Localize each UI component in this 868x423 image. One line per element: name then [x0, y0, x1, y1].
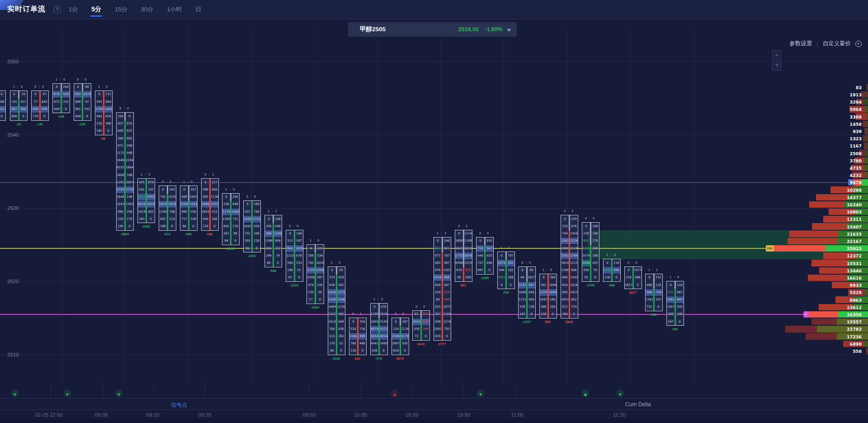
- ask-cell: 616: [104, 113, 112, 120]
- help-icon[interactable]: ?: [53, 6, 61, 14]
- candle-wick-segment: [209, 215, 211, 223]
- ask-cell: 746: [126, 172, 133, 179]
- tab-5min[interactable]: 5分: [90, 0, 102, 19]
- ask-cell: 100: [591, 230, 599, 237]
- cum-delta-panel-label: Cum Delta: [625, 401, 651, 408]
- ask-cell: 346: [676, 311, 684, 318]
- candle-wick-segment: [526, 296, 528, 303]
- bid-cell: 186: [286, 267, 294, 274]
- volume-profile-value: 3388: [830, 114, 862, 119]
- tab-30min[interactable]: 30分: [140, 0, 154, 19]
- candle-wick-segment: [569, 274, 570, 281]
- bid-cell: 77: [32, 99, 39, 105]
- volume-profile-bar-buy: [866, 143, 868, 149]
- settings-button[interactable]: 参数设置: [789, 40, 812, 48]
- ask-cell: 687: [443, 282, 451, 289]
- bid-cell: 1179: [222, 209, 230, 215]
- tab-15min[interactable]: 15分: [114, 0, 128, 19]
- signal-down-icon[interactable]: ▼: [115, 390, 123, 397]
- bid-cell: 1342: [328, 311, 336, 318]
- expand-panel-button[interactable]: >: [772, 50, 781, 60]
- bid-cell: 612: [561, 304, 569, 310]
- candle-wick-segment: [61, 105, 62, 113]
- bid-cell: 406: [646, 282, 653, 289]
- candle-wick-segment: [103, 113, 104, 120]
- candle-wick-segment: [209, 179, 211, 186]
- candle-wick-segment: [675, 281, 676, 289]
- ask-cell: 948: [126, 150, 133, 157]
- candle-wick-segment: [124, 223, 126, 230]
- candle-wick-segment: [484, 238, 486, 245]
- ask-cell: 2082: [422, 311, 429, 318]
- tab-1min[interactable]: 1分: [68, 0, 79, 19]
- bid-cell: 302: [244, 238, 251, 244]
- bid-cell: 1399: [222, 216, 230, 223]
- candle-wick-segment: [357, 347, 359, 355]
- signal-up-icon[interactable]: ▲: [391, 390, 399, 397]
- tab-1hour[interactable]: 1小时: [166, 0, 183, 19]
- time-axis-label: 10:35: [406, 412, 419, 418]
- ask-cell: 1342: [570, 274, 578, 281]
- instrument-selector[interactable]: 甲醇2505 2516.00 -1.60%: [348, 22, 517, 37]
- bid-cell: 515: [328, 333, 336, 340]
- bid-cell: 1961: [667, 296, 675, 303]
- ask-cell: 18: [19, 91, 27, 98]
- bid-cell: 216: [95, 120, 103, 127]
- ask-cell: 152: [655, 274, 662, 281]
- bid-cell: 2987: [392, 340, 400, 347]
- signal-down-icon[interactable]: ▼: [64, 390, 71, 397]
- header-bar: 实时订单流 ? 1分 5分 15分 30分 1小时 日: [0, 0, 868, 19]
- ask-cell: 593: [401, 340, 409, 347]
- bid-cell: 356: [265, 223, 273, 230]
- candle-wick-segment: [188, 201, 189, 208]
- bid-cell: 449: [540, 304, 547, 310]
- candle-wick-segment: [400, 325, 401, 333]
- bid-cell: 6586: [455, 260, 463, 266]
- orderflow-chart: 25502540253025202510≡POC≡831913329450643…: [0, 0, 868, 423]
- candle-wick-segment: [209, 186, 211, 193]
- ask-cell: 0: [591, 274, 599, 281]
- ask-cell: 825: [486, 252, 493, 259]
- target-icon[interactable]: [855, 41, 862, 47]
- ask-cell: 1246: [274, 230, 282, 237]
- bid-cell: 50: [582, 274, 590, 281]
- ask-cell: 866: [634, 274, 642, 281]
- candle-wick-segment: [124, 186, 126, 193]
- candle-wick-segment: [442, 325, 443, 333]
- ask-cell: 843: [676, 296, 684, 303]
- candle-wick-segment: [336, 274, 337, 281]
- volume-profile-value: 3979: [830, 180, 862, 185]
- imbalance-header: 0 : 0: [77, 78, 87, 81]
- bid-cell: 1043: [117, 201, 124, 208]
- delta-label: -1510: [290, 283, 298, 287]
- bid-cell: 980: [265, 230, 273, 237]
- bid-cell: 938: [371, 347, 378, 354]
- bid-cell: 590: [286, 260, 294, 266]
- signal-down-icon[interactable]: ▼: [477, 390, 485, 397]
- bid-cell: 1081: [434, 326, 442, 333]
- signal-diamond-icon[interactable]: ◆: [582, 390, 590, 397]
- signal-down-icon[interactable]: ▼: [11, 390, 19, 397]
- bid-cell: 1379: [540, 289, 547, 296]
- delta-label: 1410: [417, 342, 425, 346]
- signal-panel-label[interactable]: 信号点: [171, 401, 187, 409]
- bid-cell: 124: [392, 326, 400, 333]
- bid-cell: 1880: [455, 238, 463, 244]
- ask-cell: 478: [380, 304, 387, 310]
- bid-cell: 871: [434, 252, 442, 259]
- signal-down-icon[interactable]: ▼: [617, 390, 624, 397]
- ask-cell: 1372: [211, 201, 218, 208]
- candle-wick-segment: [251, 230, 253, 238]
- panel-help-button[interactable]: ?: [772, 61, 781, 71]
- ask-cell: 118: [655, 282, 662, 289]
- signal-panel-separator: [205, 381, 205, 398]
- imbalance-header: 2 : 0: [98, 85, 108, 88]
- bid-cell: 1262: [561, 238, 569, 244]
- ask-cell: 964: [104, 99, 112, 105]
- candle-wick-segment: [336, 311, 337, 318]
- custom-volume-button[interactable]: 自定义量价: [823, 40, 851, 48]
- bid-cell: 544: [498, 267, 505, 274]
- bid-cell: 1708: [95, 106, 103, 113]
- tab-day[interactable]: 日: [194, 0, 202, 19]
- bid-cell: 1930: [328, 296, 336, 303]
